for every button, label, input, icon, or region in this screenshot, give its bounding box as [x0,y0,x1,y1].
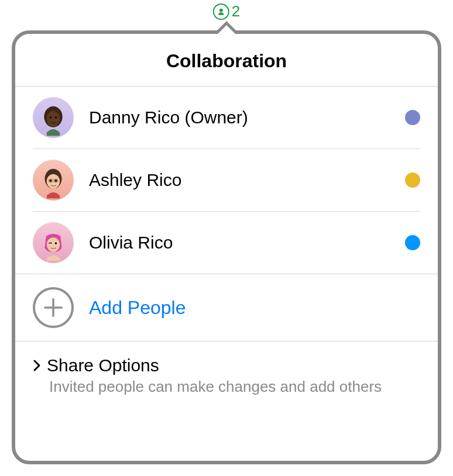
svg-point-9 [50,180,52,181]
avatar [33,160,74,201]
collaboration-count: 2 [232,2,240,20]
presence-dot [405,110,420,125]
collaboration-popover: Collaboration Danny Rico (Owner) [12,30,441,464]
add-people-label: Add People [89,297,186,319]
participant-row[interactable]: Danny Rico (Owner) [33,87,420,149]
share-options-button[interactable]: Share Options Invited people can make ch… [15,342,438,409]
svg-point-4 [55,116,57,118]
share-options-title: Share Options [47,356,159,375]
svg-point-13 [47,237,60,251]
participant-name: Danny Rico (Owner) [89,108,405,127]
avatar [33,222,74,263]
chevron-right-icon [33,359,41,372]
popover-title: Collaboration [15,34,438,87]
add-people-button[interactable]: Add People [15,274,438,342]
collaboration-status-indicator[interactable]: 2 [213,2,240,20]
svg-point-0 [219,8,223,12]
participant-row[interactable]: Olivia Rico [33,212,420,274]
participant-row[interactable]: Ashley Rico [33,149,420,212]
popover-arrow [214,21,239,34]
svg-point-3 [50,116,52,118]
participant-name: Ashley Rico [89,170,405,190]
presence-dot [405,173,420,188]
plus-icon [33,287,74,328]
svg-point-2 [47,111,60,126]
participant-list: Danny Rico (Owner) Ashley Rico [15,87,438,274]
svg-point-10 [55,180,57,181]
share-options-subtitle: Invited people can make changes and add … [49,378,420,396]
svg-point-14 [55,242,57,244]
presence-dot [405,235,420,250]
avatar [33,97,74,138]
participant-name: Olivia Rico [89,233,405,253]
person-circle-icon [213,4,229,20]
